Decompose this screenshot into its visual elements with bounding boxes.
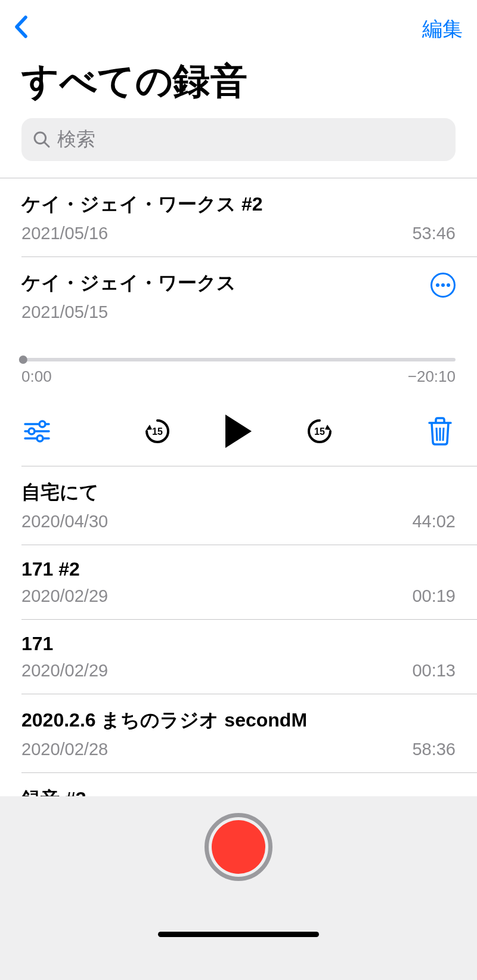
svg-line-1 [45,143,49,147]
recording-date: 2020/02/28 [21,740,108,759]
remaining-time: −20:10 [408,367,456,386]
svg-point-7 [37,435,43,441]
recording-date: 2020/02/29 [21,586,108,606]
back-button[interactable] [14,14,27,44]
play-button[interactable] [225,415,252,448]
recording-duration: 53:46 [412,224,456,243]
record-toolbar [0,796,477,980]
recording-duration: 44:02 [412,512,456,531]
recording-date: 2020/02/29 [21,661,108,681]
skip-back-15-button[interactable]: 15 [143,417,172,446]
nav-bar: 編集 [0,0,477,50]
svg-line-12 [443,428,444,441]
svg-text:15: 15 [314,426,325,437]
home-indicator[interactable] [158,932,319,937]
recording-duration: 00:19 [412,586,456,606]
recording-date: 2020/04/30 [21,512,108,531]
svg-text:15: 15 [152,426,163,437]
recording-item[interactable]: 自宅にて 2020/04/30 44:02 [0,466,477,545]
sliders-icon [24,418,50,444]
skip-back-icon: 15 [143,417,172,446]
edit-button[interactable]: 編集 [422,16,463,43]
recording-date: 2021/05/15 [21,302,236,322]
skip-forward-15-button[interactable]: 15 [305,417,334,446]
recording-title: 171 #2 [21,558,456,580]
recording-item[interactable]: 171 2020/02/29 00:13 [0,620,477,694]
recording-duration: 58:36 [412,740,456,759]
recording-title: 2020.2.6 まちのラジオ secondM [21,707,456,734]
svg-line-10 [436,428,437,441]
recording-duration: 00:13 [412,661,456,681]
recording-title: ケイ・ジェイ・ワークス #2 [21,191,456,218]
playback-scrubber[interactable] [21,358,456,361]
ellipsis-icon [436,283,439,287]
record-icon [212,820,265,874]
page-title: すべての録音 [0,50,477,118]
trash-icon [427,417,453,446]
recording-date: 2021/05/16 [21,224,108,243]
more-options-button[interactable] [430,273,456,298]
recording-title: 171 [21,633,456,655]
svg-point-3 [39,421,45,427]
delete-button[interactable] [427,417,453,446]
recording-title: 自宅にて [21,480,456,506]
options-sliders-button[interactable] [24,418,50,444]
search-icon [32,130,51,149]
recording-item-expanded[interactable]: ケイ・ジェイ・ワークス 2021/05/15 0:00 −20:10 [0,257,477,466]
elapsed-time: 0:00 [21,367,52,386]
record-button[interactable] [205,813,272,881]
recording-item[interactable]: 171 #2 2020/02/29 00:19 [0,545,477,619]
search-input[interactable]: 検索 [21,118,456,161]
scrubber-knob[interactable] [19,355,27,364]
skip-forward-icon: 15 [305,417,334,446]
recording-item[interactable]: 2020.2.6 まちのラジオ secondM 2020/02/28 58:36 [0,694,477,772]
recording-title: ケイ・ジェイ・ワークス [21,270,236,296]
svg-point-5 [29,428,35,434]
recording-item[interactable]: ケイ・ジェイ・ワークス #2 2021/05/16 53:46 [0,178,477,256]
search-placeholder: 検索 [57,126,95,153]
